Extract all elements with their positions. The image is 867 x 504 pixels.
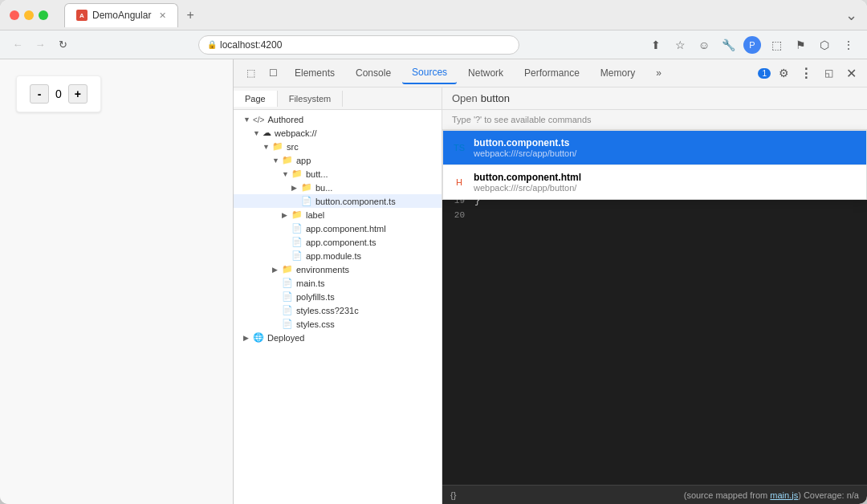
app-folder-icon: 📁 [282,155,293,165]
user-avatar: P [743,36,761,54]
result-html-icon: H [453,176,466,189]
open-label: Open [452,92,478,104]
app-component-ts[interactable]: ▶ 📄 app.component.ts [234,235,442,249]
new-tab-button[interactable]: + [181,6,198,24]
main-ts-label: main.ts [296,278,324,288]
app-component-html[interactable]: ▶ 📄 app.component.html [234,222,442,235]
authored-section[interactable]: ▼ </> Authored [234,113,442,126]
device-icon[interactable]: ☐ [263,63,283,83]
tab-memory[interactable]: Memory [591,63,645,83]
html-file-icon: 📄 [291,223,303,234]
extension-icon[interactable]: 🔧 [719,36,737,54]
bu-label: bu... [315,183,332,193]
maximize-button[interactable] [39,10,48,20]
button-folder[interactable]: ▼ 📁 butt... [234,167,442,181]
traffic-lights [10,10,48,20]
tab-performance[interactable]: Performance [515,63,589,83]
active-tab[interactable]: A DemoAngular ✕ [64,3,178,27]
app-module-ts[interactable]: ▶ 📄 app.module.ts [234,249,442,262]
footer-source-text: (source mapped from [684,490,771,500]
main-ts[interactable]: ▶ 📄 main.ts [234,276,442,290]
result-item-ts[interactable]: TS button.component.ts webpack:///src/ap… [443,131,866,165]
src-arrow: ▼ [263,143,272,151]
share-icon[interactable]: ⬆ [647,36,665,54]
footer-mainjs-link[interactable]: main.js [770,490,798,500]
devtools-undock-icon[interactable]: ◱ [819,63,838,83]
styles-query-icon: 📄 [282,305,293,315]
footer-source-info: (source mapped from main.js) Coverage: n… [684,490,859,500]
webpack-item[interactable]: ▼ ☁ webpack:// [234,126,442,140]
tab-elements[interactable]: Elements [285,63,344,83]
open-file-input[interactable] [481,92,616,104]
sources-right-panel: Open Type '?' to see available commands … [442,87,867,504]
minimize-button[interactable] [24,10,34,20]
result-html-path: webpack:///src/app/button/ [474,183,581,193]
cast-icon[interactable]: ⬚ [767,36,785,54]
button-component-ts[interactable]: ▶ 📄 button.component.ts [234,194,442,208]
profile-icon[interactable]: P [743,36,761,54]
code-footer: {} (source mapped from main.js) Coverage… [442,485,867,504]
code-line-20: 20 [442,209,867,224]
devtools-more-icon[interactable]: ⋮ [796,63,816,83]
webpack-label: webpack:// [275,128,317,138]
open-file-results: TS button.component.ts webpack:///src/ap… [442,130,867,200]
polyfills-ts[interactable]: ▶ 📄 polyfills.ts [234,290,442,303]
app-arrow: ▼ [272,156,282,165]
module-ts-label: app.module.ts [306,251,361,261]
src-folder-icon: 📁 [272,141,283,152]
tab-favicon: A [76,10,88,21]
emoji-icon[interactable]: ☺ [695,36,713,54]
tab-console[interactable]: Console [346,63,401,83]
sources-subtabs: Page Filesystem [234,87,442,110]
styles-css-label: styles.css [296,319,335,329]
devtools-close-icon[interactable]: ✕ [841,63,861,83]
devtools-settings-icon[interactable]: ⚙ [774,63,793,83]
titlebar: A DemoAngular ✕ + ⌄ [0,0,867,30]
back-button[interactable]: ← [10,37,26,53]
webpage-area: - 0 + [0,59,233,504]
app-folder[interactable]: ▼ 📁 app [234,153,442,167]
counter-increment-button[interactable]: + [68,84,88,104]
window-menu-button[interactable]: ⌄ [845,6,857,24]
deployed-label: Deployed [267,333,304,343]
tab-more[interactable]: » [646,63,671,83]
label-folder-icon: 📁 [291,209,303,220]
styles-query-label: styles.css?231c [296,306,359,315]
tab-title: DemoAngular [92,10,151,21]
environments-folder[interactable]: ▶ 📁 environments [234,262,442,276]
src-folder[interactable]: ▼ 📁 src [234,140,442,153]
flag-icon[interactable]: ⚑ [792,36,809,54]
devtools-right-controls: 1 ⚙ ⋮ ◱ ✕ [758,63,861,83]
result-item-html[interactable]: H button.component.html webpack:///src/a… [443,165,866,199]
tab-close-button[interactable]: ✕ [159,10,166,21]
open-file-overlay: Open Type '?' to see available commands … [442,87,867,200]
polyfills-icon: 📄 [282,291,293,302]
address-bar[interactable]: 🔒 localhost:4200 [198,35,519,55]
puzzle-icon[interactable]: ⬡ [816,36,833,54]
env-arrow: ▶ [272,266,282,274]
counter-decrement-button[interactable]: - [30,84,49,104]
inspect-element-icon[interactable]: ⬚ [240,63,261,83]
app-html-label: app.component.html [306,224,386,234]
bookmark-icon[interactable]: ☆ [671,36,689,54]
result-html-content: button.component.html webpack:///src/app… [474,172,581,193]
bu-folder[interactable]: ▶ 📁 bu... [234,181,442,194]
forward-button[interactable]: → [32,37,48,53]
main-ts-icon: 📄 [282,278,293,288]
close-button[interactable] [10,10,19,20]
notification-badge: 1 [758,68,771,79]
module-ts-icon: 📄 [291,250,303,261]
sources-tab-filesystem[interactable]: Filesystem [278,91,344,107]
menu-icon[interactable]: ⋮ [840,36,857,54]
tab-network[interactable]: Network [458,63,513,83]
refresh-button[interactable]: ↻ [55,37,71,53]
styles-css-query[interactable]: ▶ 📄 styles.css?231c [234,303,442,317]
result-ts-path: webpack:///src/app/button/ [474,148,576,158]
devtools-panel: ⬚ ☐ Elements Console Sources Network Per… [233,59,867,504]
label-folder[interactable]: ▶ 📁 label [234,208,442,222]
env-label: environments [296,265,349,274]
deployed-section[interactable]: ▶ 🌐 Deployed [234,331,442,344]
styles-css[interactable]: ▶ 📄 styles.css [234,317,442,331]
tab-sources[interactable]: Sources [402,62,457,84]
sources-tab-page[interactable]: Page [234,91,278,107]
